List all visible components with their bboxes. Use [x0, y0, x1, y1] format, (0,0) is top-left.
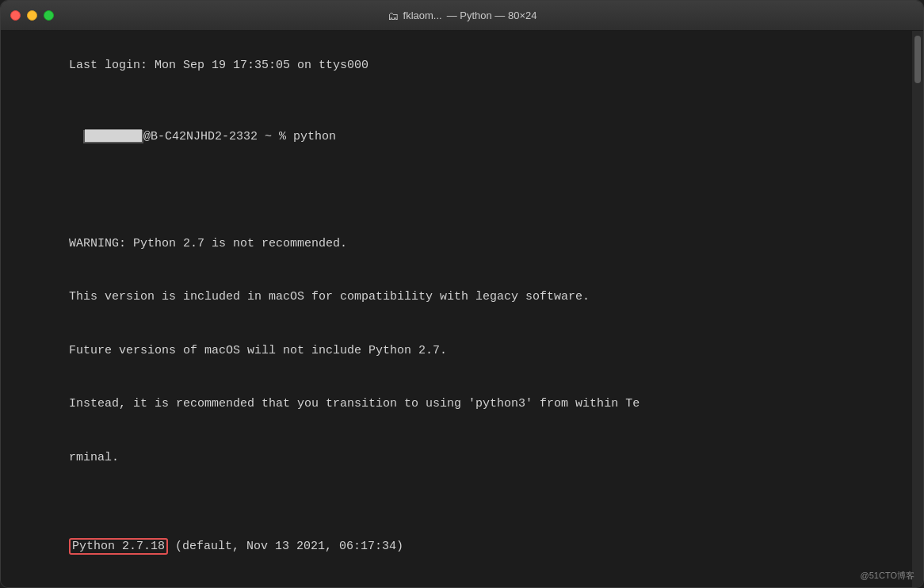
terminal-window: 🗂 fklaom... — Python — 80×24 Last login:…	[0, 0, 924, 588]
title-label: fklaom...	[403, 10, 442, 21]
terminal-content[interactable]: Last login: Mon Sep 19 17:35:05 on ttys0…	[1, 31, 912, 587]
close-button[interactable]	[10, 10, 21, 21]
maximize-button[interactable]	[44, 10, 54, 21]
window-wrapper: 🗂 fklaom... — Python — 80×24 Last login:…	[0, 0, 924, 588]
warning-line-3: Future versions of macOS will not includ…	[69, 344, 447, 357]
minimize-button[interactable]	[27, 10, 37, 21]
last-login-line: Last login: Mon Sep 19 17:35:05 on ttys0…	[69, 59, 368, 72]
warning-line-4b: rminal.	[69, 451, 119, 464]
folder-icon: 🗂	[388, 10, 399, 22]
python-version-badge: Python 2.7.18	[69, 538, 168, 555]
title-separator: — Python — 80×24	[447, 10, 537, 21]
prompt-text: @B-C42NJHD2-2332 ~ % python	[143, 130, 336, 143]
window-title: 🗂 fklaom... — Python — 80×24	[388, 10, 537, 22]
python-info: (default, Nov 13 2021, 06:17:34)	[168, 540, 403, 553]
prompt-line: ████████@B-C42NJHD2-2332 ~ % python	[12, 130, 336, 162]
scrollbar-area: Last login: Mon Sep 19 17:35:05 on ttys0…	[1, 31, 923, 587]
warning-line-2: This version is included in macOS for co…	[69, 290, 590, 304]
titlebar: 🗂 fklaom... — Python — 80×24	[1, 1, 923, 31]
warning-line-4: Instead, it is recommended that you tran…	[69, 397, 640, 410]
traffic-lights	[10, 10, 54, 21]
username-placeholder: ████████	[83, 130, 143, 143]
warning-line-1: WARNING: Python 2.7 is not recommended.	[69, 237, 347, 250]
scrollbar-thumb[interactable]	[914, 36, 921, 83]
watermark: @51CTO博客	[861, 570, 914, 582]
scrollbar-track[interactable]	[912, 31, 923, 587]
